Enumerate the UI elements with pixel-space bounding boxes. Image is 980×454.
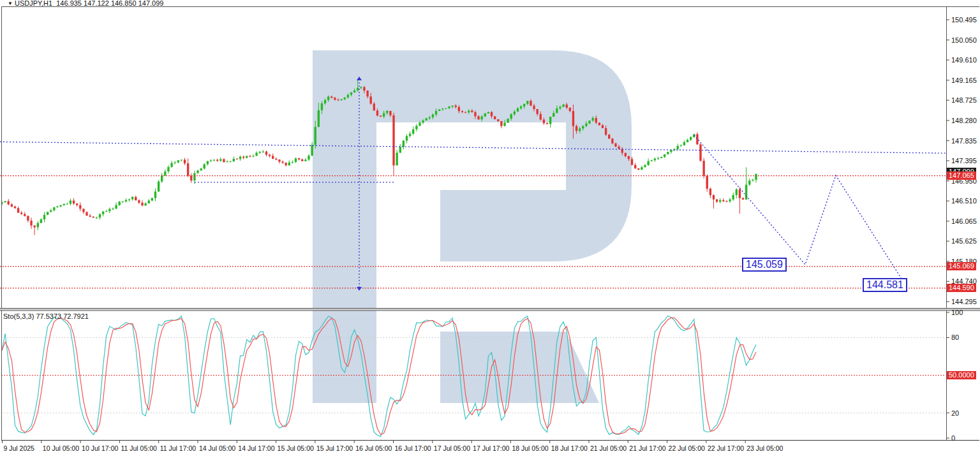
ohlc-open: 146.935 bbox=[56, 0, 82, 7]
price-tick-label: 149.610 bbox=[951, 56, 977, 64]
price-tick-label: 148.725 bbox=[951, 96, 977, 104]
time-tick-label: 14 Jul 17:00 bbox=[238, 444, 274, 452]
time-tick-label: 11 Jul 17:00 bbox=[160, 444, 196, 452]
time-tick-label: 16 Jul 05:00 bbox=[355, 444, 392, 452]
time-tick-label: 18 Jul 17:00 bbox=[551, 444, 588, 452]
sto-tick-label: 20 bbox=[951, 409, 959, 417]
time-tick-label: 22 Jul 17:00 bbox=[708, 444, 744, 452]
symbol-caret-icon[interactable]: ▼ bbox=[8, 1, 13, 6]
stochastic-mid-level-badge: 50.0000 bbox=[947, 371, 976, 379]
price-tick-label: 150.495 bbox=[951, 16, 977, 24]
price-tick-label: 146.510 bbox=[951, 197, 977, 205]
chart-title: ▼ USDJPY,H1 146.935 147.122 146.850 147.… bbox=[8, 0, 163, 6]
price-target-label-1[interactable]: 145.059 bbox=[742, 258, 787, 272]
price-tick-label: 145.625 bbox=[951, 237, 977, 245]
chart-window: ▼ USDJPY,H1 146.935 147.122 146.850 147.… bbox=[0, 0, 980, 454]
price-tick-label: 147.835 bbox=[951, 137, 977, 145]
stochastic-signal-line bbox=[2, 318, 756, 434]
sto-tick-label: 0 bbox=[951, 434, 955, 442]
time-tick-label: 16 Jul 17:00 bbox=[395, 444, 431, 452]
ohlc-low: 146.850 bbox=[111, 0, 137, 7]
time-tick-label: 17 Jul 17:00 bbox=[473, 444, 509, 452]
symbol-period-label: USDJPY,H1 bbox=[15, 0, 52, 7]
time-tick-label: 14 Jul 05:00 bbox=[199, 444, 235, 452]
stochastic-value-main: 77.5373 bbox=[36, 312, 61, 320]
time-tick-label: 22 Jul 05:00 bbox=[669, 444, 705, 452]
ohlc-close: 147.099 bbox=[138, 0, 164, 7]
level-price-badge: 147.065 bbox=[947, 172, 976, 180]
price-target-label-2[interactable]: 144.581 bbox=[863, 278, 907, 292]
level-price-badge: 145.069 bbox=[947, 262, 976, 270]
stochastic-main-line bbox=[2, 316, 756, 436]
sto-tick-label: 100 bbox=[951, 309, 963, 316]
time-tick-label: 9 Jul 2025 bbox=[4, 444, 34, 452]
price-tick-label: 149.165 bbox=[951, 77, 977, 84]
time-tick-label: 15 Jul 17:00 bbox=[316, 444, 353, 452]
time-tick-label: 10 Jul 05:00 bbox=[43, 444, 79, 452]
stochastic-label: Sto(5,3,3) 77.5373 72.7921 bbox=[3, 312, 89, 320]
time-tick-label: 17 Jul 05:00 bbox=[434, 444, 470, 452]
time-tick-label: 15 Jul 05:00 bbox=[278, 444, 314, 452]
price-tick-label: 148.280 bbox=[951, 117, 977, 124]
time-tick-label: 11 Jul 05:00 bbox=[121, 444, 156, 452]
stochastic-value-signal: 72.7921 bbox=[63, 312, 89, 320]
price-tick-label: 144.295 bbox=[951, 298, 977, 305]
time-tick-label: 21 Jul 05:00 bbox=[590, 444, 627, 452]
time-tick-label: 18 Jul 05:00 bbox=[512, 444, 548, 452]
forecast-line bbox=[694, 135, 907, 287]
chart-canvas[interactable] bbox=[0, 0, 980, 454]
time-tick-label: 21 Jul 17:00 bbox=[629, 444, 665, 452]
ohlc-high: 147.122 bbox=[84, 0, 109, 7]
sto-tick-label: 80 bbox=[951, 333, 959, 341]
price-tick-label: 147.395 bbox=[951, 157, 977, 165]
price-tick-label: 150.050 bbox=[951, 36, 977, 44]
level-price-badge: 144.590 bbox=[947, 284, 976, 292]
price-tick-label: 146.065 bbox=[951, 217, 977, 225]
time-tick-label: 23 Jul 05:00 bbox=[746, 444, 783, 452]
time-tick-label: 10 Jul 17:00 bbox=[82, 444, 118, 452]
